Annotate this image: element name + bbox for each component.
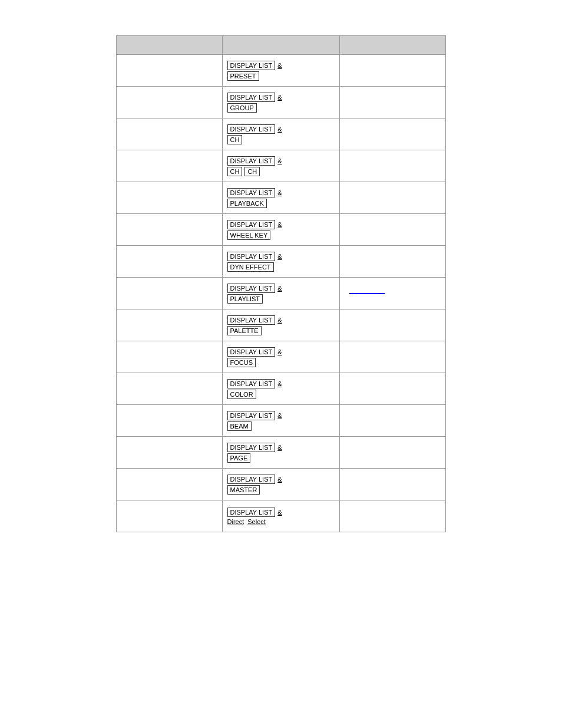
table-row: DISPLAY LIST&PLAYBACK — [117, 182, 446, 214]
ampersand-symbol: & — [277, 509, 282, 516]
col3-cell — [340, 373, 446, 405]
col1-cell — [117, 150, 223, 182]
ampersand-symbol: & — [277, 62, 282, 69]
col3-header — [340, 36, 446, 55]
ampersand-symbol: & — [277, 253, 282, 260]
col3-cell — [340, 214, 446, 246]
col2-cell: DISPLAY LIST&CHCH — [222, 150, 340, 182]
display-list-button[interactable]: DISPLAY LIST — [227, 379, 276, 388]
col1-cell — [117, 182, 223, 214]
col1-cell — [117, 309, 223, 341]
col2-cell: DISPLAY LIST&WHEEL KEY — [222, 214, 340, 246]
col3-cell — [340, 55, 446, 87]
display-list-button[interactable]: DISPLAY LIST — [227, 347, 276, 357]
display-list-button[interactable]: DISPLAY LIST — [227, 284, 276, 293]
sub-button[interactable]: BEAM — [227, 421, 252, 431]
ampersand-symbol: & — [277, 94, 282, 101]
ampersand-symbol: & — [277, 126, 282, 133]
ampersand-symbol: & — [277, 444, 282, 451]
col1-cell — [117, 500, 223, 532]
display-list-button[interactable]: DISPLAY LIST — [227, 156, 276, 166]
col3-cell — [340, 309, 446, 341]
main-table-wrapper: DISPLAY LIST&PRESETDISPLAY LIST&GROUPDIS… — [116, 35, 446, 532]
display-list-button[interactable]: DISPLAY LIST — [227, 93, 276, 102]
sub-button[interactable]: CH — [227, 135, 243, 144]
col1-cell — [117, 469, 223, 500]
col1-cell — [117, 214, 223, 246]
ampersand-symbol: & — [277, 348, 282, 355]
sub-button[interactable]: PLAYBACK — [227, 199, 267, 208]
sub-button[interactable]: DYN EFFECT — [227, 262, 274, 272]
display-list-button[interactable]: DISPLAY LIST — [227, 315, 276, 325]
display-list-button[interactable]: DISPLAY LIST — [227, 443, 276, 452]
col2-cell: DISPLAY LIST&MASTER — [222, 469, 340, 500]
col2-cell: DISPLAY LIST&PRESET — [222, 55, 340, 87]
col1-header — [117, 36, 223, 55]
col2-cell: DISPLAY LIST&PAGE — [222, 437, 340, 469]
col3-cell — [340, 182, 446, 214]
col3-cell — [340, 118, 446, 150]
col3-cell — [340, 87, 446, 118]
col3-cell — [340, 437, 446, 469]
col1-cell — [117, 87, 223, 118]
ampersand-symbol: & — [277, 157, 282, 164]
col3-cell — [340, 246, 446, 278]
table-row: DISPLAY LIST&BEAM — [117, 405, 446, 437]
table-row: DISPLAY LIST&PAGE — [117, 437, 446, 469]
display-list-button[interactable]: DISPLAY LIST — [227, 61, 276, 70]
sub-button[interactable]: GROUP — [227, 103, 257, 113]
col2-cell: DISPLAY LIST&FOCUS — [222, 341, 340, 373]
col2-header — [222, 36, 340, 55]
col2-cell: DISPLAY LIST&BEAM — [222, 405, 340, 437]
table-row: DISPLAY LIST&DYN EFFECT — [117, 246, 446, 278]
col1-cell — [117, 341, 223, 373]
sub-button[interactable]: PAGE — [227, 453, 251, 463]
col1-cell — [117, 278, 223, 309]
col2-cell: DISPLAY LIST&PALETTE — [222, 309, 340, 341]
ampersand-symbol: & — [277, 221, 282, 228]
col2-cell: DISPLAY LIST&CH — [222, 118, 340, 150]
col2-cell: DISPLAY LIST&DYN EFFECT — [222, 246, 340, 278]
display-list-button[interactable]: DISPLAY LIST — [227, 188, 276, 197]
col3-cell — [340, 469, 446, 500]
col2-cell: DISPLAY LIST&DirectSelect — [222, 500, 340, 532]
ampersand-symbol: & — [277, 380, 282, 387]
table-row: DISPLAY LIST&COLOR — [117, 373, 446, 405]
main-table: DISPLAY LIST&PRESETDISPLAY LIST&GROUPDIS… — [116, 35, 446, 532]
sub-button-1[interactable]: CH — [227, 167, 243, 176]
display-list-button[interactable]: DISPLAY LIST — [227, 475, 276, 484]
display-list-button[interactable]: DISPLAY LIST — [227, 508, 276, 517]
col3-cell — [340, 500, 446, 532]
display-list-button[interactable]: DISPLAY LIST — [227, 252, 276, 261]
col1-cell — [117, 55, 223, 87]
table-row: DISPLAY LIST&PLAYLIST — [117, 278, 446, 309]
sub-button-2[interactable]: CH — [244, 167, 260, 176]
table-row: DISPLAY LIST&WHEEL KEY — [117, 214, 446, 246]
col2-cell: DISPLAY LIST&COLOR — [222, 373, 340, 405]
table-row: DISPLAY LIST&GROUP — [117, 87, 446, 118]
col2-cell: DISPLAY LIST&GROUP — [222, 87, 340, 118]
table-row: DISPLAY LIST&FOCUS — [117, 341, 446, 373]
table-row: DISPLAY LIST&PALETTE — [117, 309, 446, 341]
sub-button[interactable]: FOCUS — [227, 358, 256, 367]
col2-cell: DISPLAY LIST&PLAYBACK — [222, 182, 340, 214]
sub-button[interactable]: PRESET — [227, 71, 259, 81]
display-list-button[interactable]: DISPLAY LIST — [227, 124, 276, 134]
display-list-button[interactable]: DISPLAY LIST — [227, 220, 276, 229]
col1-cell — [117, 405, 223, 437]
sub-button[interactable]: PLAYLIST — [227, 294, 263, 304]
sub-button[interactable]: PALETTE — [227, 326, 262, 335]
direct-label: Direct — [227, 518, 244, 525]
table-row: DISPLAY LIST&PRESET — [117, 55, 446, 87]
sub-button[interactable]: COLOR — [227, 390, 256, 399]
ampersand-symbol: & — [277, 476, 282, 483]
ampersand-symbol: & — [277, 317, 282, 324]
col1-cell — [117, 118, 223, 150]
col3-cell — [340, 150, 446, 182]
sub-button[interactable]: MASTER — [227, 485, 260, 495]
col3-cell — [340, 405, 446, 437]
table-row: DISPLAY LIST&CH — [117, 118, 446, 150]
col2-cell: DISPLAY LIST&PLAYLIST — [222, 278, 340, 309]
sub-button[interactable]: WHEEL KEY — [227, 230, 271, 240]
display-list-button[interactable]: DISPLAY LIST — [227, 411, 276, 420]
